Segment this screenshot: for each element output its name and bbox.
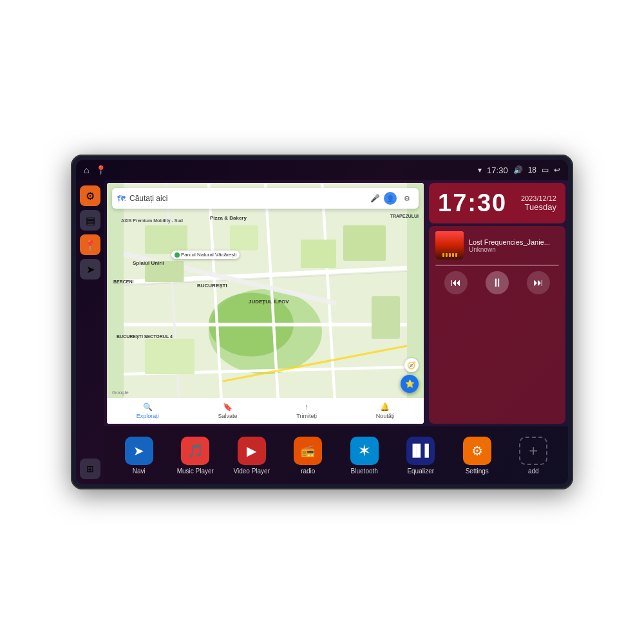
app-settings[interactable]: ⚙ Settings: [458, 437, 497, 475]
app-radio[interactable]: 📻 radio: [289, 437, 327, 475]
main-content: ⚙ ▤ 📍 ➤ ⊞: [76, 180, 568, 484]
play-pause-button[interactable]: ⏸: [486, 271, 509, 294]
map-nav-saved[interactable]: 🔖 Salvate: [218, 402, 238, 419]
axis-label: AXIS Premium Mobility - Sud: [121, 218, 183, 223]
app-video-player[interactable]: ▶ Video Player: [232, 437, 271, 475]
send-label: Trimiteți: [296, 413, 317, 419]
prev-button[interactable]: ⏮: [444, 271, 468, 294]
saved-icon: 🔖: [223, 402, 232, 412]
back-icon[interactable]: ↩: [554, 166, 560, 175]
status-time: 17:30: [487, 166, 508, 175]
splaiul-label: Splaiul Unirii: [133, 260, 164, 266]
map-background: 🗺 Căutați aici 🎤 👤 ⚙ AXIS Premium Mobili…: [107, 183, 424, 424]
compass-button[interactable]: 🧭: [404, 358, 419, 372]
app-add[interactable]: + add: [514, 437, 553, 475]
map-pin-icon: 📍: [84, 239, 97, 251]
map-nav-send[interactable]: ↑ Trimiteți: [296, 402, 317, 419]
app-grid: ➤ Navi 🎵 Music Player ▶ Vi: [104, 426, 568, 484]
skip-forward-icon: ⏭: [533, 277, 544, 289]
svg-rect-15: [230, 225, 258, 251]
radio-icon: 📻: [294, 437, 322, 465]
music-controls: ⏮ ⏸ ⏭: [435, 271, 559, 294]
sidebar-files-btn[interactable]: ▤: [80, 210, 100, 231]
clock-weekday: Tuesday: [521, 202, 556, 212]
user-avatar[interactable]: 👤: [384, 192, 397, 205]
news-label: Noutăți: [376, 413, 395, 419]
album-art: [435, 231, 464, 260]
pause-icon: ⏸: [491, 276, 503, 290]
map-nav-news[interactable]: 🔔 Noutăți: [376, 402, 395, 419]
app-equalizer[interactable]: ▐▌▌ Equalizer: [401, 437, 440, 475]
skip-back-icon: ⏮: [451, 277, 461, 289]
star-fab[interactable]: ⭐: [401, 375, 419, 393]
clock-time: 17:30: [438, 189, 507, 217]
home-icon[interactable]: ⌂: [84, 165, 89, 175]
location-status-icon: 📍: [95, 165, 106, 175]
send-icon: ↑: [305, 402, 308, 412]
map-search-text[interactable]: Căutați aici: [129, 194, 366, 203]
video-player-icon: ▶: [238, 437, 266, 465]
music-player-icon: 🎵: [181, 437, 209, 465]
sidebar-settings-btn[interactable]: ⚙: [80, 185, 100, 206]
sidebar-maps-btn[interactable]: 📍: [80, 234, 100, 255]
music-info-row: Lost Frequencies_Janie... Unknown: [435, 231, 559, 260]
device-screen: ⌂ 📍 ▾ 17:30 🔊 18 ▭ ↩ ⚙ ▤: [76, 160, 568, 484]
crowd-dots: [435, 253, 464, 257]
app-bluetooth[interactable]: ✶ Bluetooth: [345, 437, 384, 475]
radio-label: radio: [301, 468, 315, 475]
map-nav-explore[interactable]: 🔍 Explorați: [137, 402, 159, 419]
bucuresti-label: BUCUREȘTI: [197, 283, 227, 289]
navi-label: Navi: [133, 468, 146, 475]
gear-icon: ⚙: [86, 190, 95, 202]
pizza-label: Pizza & Bakery: [210, 215, 247, 221]
sidebar-nav-btn[interactable]: ➤: [80, 259, 100, 279]
grid-icon: ⊞: [86, 464, 94, 474]
status-left: ⌂ 📍: [84, 165, 106, 175]
music-artist: Unknown: [469, 246, 559, 253]
equalizer-label: Equalizer: [407, 468, 434, 475]
files-icon: ▤: [86, 214, 95, 227]
pin-dot: [175, 252, 180, 258]
music-title: Lost Frequencies_Janie...: [469, 238, 559, 246]
status-right: ▾ 17:30 🔊 18 ▭ ↩: [478, 166, 560, 175]
trapezul-label: TRAPEZULUI: [390, 214, 419, 218]
news-icon: 🔔: [380, 402, 390, 412]
berceni-label: BERCENI: [113, 279, 134, 284]
device-frame: ⌂ 📍 ▾ 17:30 🔊 18 ▭ ↩ ⚙ ▤: [71, 155, 573, 489]
wifi-icon: ▾: [478, 166, 482, 175]
parcul-pin[interactable]: Parcul Natural Văcărești: [171, 251, 240, 259]
bluetooth-icon: ✶: [350, 437, 379, 465]
explore-icon: 🔍: [143, 402, 153, 412]
app-music-player[interactable]: 🎵 Music Player: [176, 437, 214, 475]
svg-rect-16: [301, 240, 336, 268]
settings-icon: ⚙: [463, 437, 491, 465]
battery-icon: ▭: [542, 166, 549, 175]
add-icon: +: [519, 437, 547, 465]
sidebar-grid-btn[interactable]: ⊞: [80, 459, 100, 479]
album-art-crowd: [435, 231, 464, 260]
volume-icon: 🔊: [513, 166, 523, 175]
svg-rect-13: [145, 225, 187, 254]
center-area: 🗺 Căutați aici 🎤 👤 ⚙ AXIS Premium Mobili…: [104, 180, 568, 484]
sectorul4-label: BUCUREȘTI SECTORUL 4: [117, 334, 173, 339]
status-bar: ⌂ 📍 ▾ 17:30 🔊 18 ▭ ↩: [76, 160, 568, 180]
svg-rect-17: [343, 225, 386, 261]
music-text: Lost Frequencies_Janie... Unknown: [469, 238, 559, 253]
music-progress-bar[interactable]: [435, 265, 559, 266]
explore-label: Explorați: [137, 413, 159, 419]
map-bottom-nav: 🔍 Explorați 🔖 Salvate ↑ Trimiteți: [107, 398, 424, 424]
judetul-label: JUDEȚUL ILFOV: [249, 299, 289, 305]
map-settings-icon[interactable]: ⚙: [401, 192, 413, 205]
settings-label: Settings: [466, 468, 489, 475]
map-search-bar[interactable]: 🗺 Căutați aici 🎤 👤 ⚙: [112, 188, 419, 209]
video-player-label: Video Player: [233, 468, 270, 475]
next-button[interactable]: ⏭: [527, 271, 550, 294]
saved-label: Salvate: [218, 413, 238, 419]
microphone-icon[interactable]: 🎤: [370, 194, 380, 203]
map-widget[interactable]: 🗺 Căutați aici 🎤 👤 ⚙ AXIS Premium Mobili…: [107, 183, 424, 424]
clock-date-year: 2023/12/12: [521, 194, 556, 202]
app-navi[interactable]: ➤ Navi: [120, 437, 158, 475]
navi-icon: ➤: [125, 437, 153, 465]
parcul-label: Parcul Natural Văcărești: [181, 252, 236, 258]
sidebar: ⚙ ▤ 📍 ➤ ⊞: [76, 180, 104, 484]
